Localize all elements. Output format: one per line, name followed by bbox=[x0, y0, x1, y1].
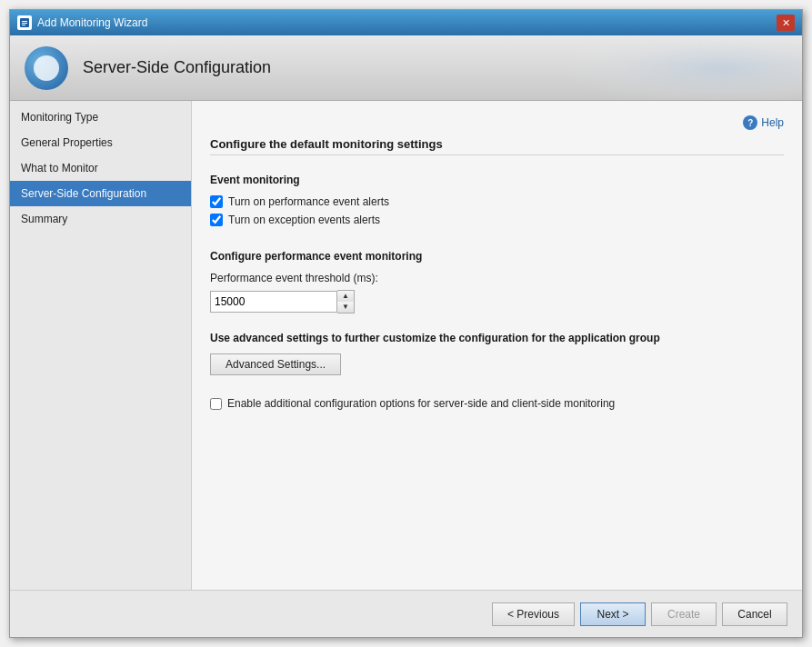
exception-alerts-label: Turn on exception events alerts bbox=[228, 214, 380, 226]
title-bar: Add Monitoring Wizard ✕ bbox=[10, 10, 802, 35]
sidebar-item-summary[interactable]: Summary bbox=[10, 206, 191, 232]
create-button[interactable]: Create bbox=[651, 602, 717, 626]
advanced-settings-button[interactable]: Advanced Settings... bbox=[210, 353, 341, 375]
sidebar-item-general-properties[interactable]: General Properties bbox=[10, 130, 191, 155]
wizard-icon-inner bbox=[34, 55, 59, 81]
footer: < Previous Next > Create Cancel bbox=[10, 590, 802, 637]
spinner-up-button[interactable]: ▲ bbox=[337, 291, 354, 302]
additional-section: Enable additional configuration options … bbox=[210, 397, 784, 410]
spinner-down-button[interactable]: ▼ bbox=[337, 302, 354, 313]
perf-alerts-label: Turn on performance event alerts bbox=[228, 195, 389, 208]
threshold-input[interactable] bbox=[210, 291, 337, 313]
close-button[interactable]: ✕ bbox=[777, 15, 795, 31]
checkbox-row-exception: Turn on exception events alerts bbox=[210, 214, 784, 226]
svg-rect-2 bbox=[22, 23, 27, 24]
title-bar-icon bbox=[17, 15, 32, 30]
header-banner: Server-Side Configuration bbox=[10, 35, 802, 101]
window-title: Add Monitoring Wizard bbox=[37, 16, 771, 29]
additional-config-label: Enable additional configuration options … bbox=[227, 397, 615, 410]
sidebar-item-what-to-monitor[interactable]: What to Monitor bbox=[10, 155, 191, 181]
svg-rect-1 bbox=[22, 21, 27, 22]
threshold-input-row: ▲ ▼ bbox=[210, 290, 784, 314]
next-button[interactable]: Next > bbox=[580, 602, 646, 626]
main-content: ? Help Configure the default monitoring … bbox=[192, 101, 802, 590]
previous-button[interactable]: < Previous bbox=[492, 602, 575, 626]
exception-alerts-checkbox[interactable] bbox=[210, 214, 223, 226]
wizard-window: Add Monitoring Wizard ✕ Server-Side Conf… bbox=[9, 9, 803, 638]
help-icon: ? bbox=[743, 115, 757, 130]
help-label: Help bbox=[761, 116, 784, 129]
help-row: ? Help bbox=[210, 115, 784, 130]
cancel-button[interactable]: Cancel bbox=[722, 602, 787, 626]
spinner-buttons: ▲ ▼ bbox=[337, 290, 355, 314]
wizard-icon bbox=[25, 46, 68, 90]
perf-section: Configure performance event monitoring P… bbox=[210, 246, 784, 314]
help-link[interactable]: ? Help bbox=[743, 115, 784, 130]
header-title: Server-Side Configuration bbox=[83, 58, 271, 77]
content-area: Monitoring Type General Properties What … bbox=[10, 101, 802, 590]
advanced-section: Use advanced settings to further customi… bbox=[210, 332, 784, 375]
perf-monitoring-title: Configure performance event monitoring bbox=[210, 250, 784, 263]
sidebar-item-server-side-config[interactable]: Server-Side Configuration bbox=[10, 181, 191, 206]
checkbox-row-perf: Turn on performance event alerts bbox=[210, 195, 784, 208]
svg-rect-3 bbox=[22, 25, 25, 25]
threshold-label: Performance event threshold (ms): bbox=[210, 272, 784, 284]
sidebar-item-monitoring-type[interactable]: Monitoring Type bbox=[10, 105, 191, 130]
additional-config-checkbox[interactable] bbox=[210, 398, 222, 410]
event-monitoring-title: Event monitoring bbox=[210, 174, 784, 186]
sidebar: Monitoring Type General Properties What … bbox=[10, 101, 192, 590]
advanced-section-title: Use advanced settings to further customi… bbox=[210, 332, 784, 344]
page-title: Configure the default monitoring setting… bbox=[210, 137, 784, 155]
perf-alerts-checkbox[interactable] bbox=[210, 195, 223, 208]
